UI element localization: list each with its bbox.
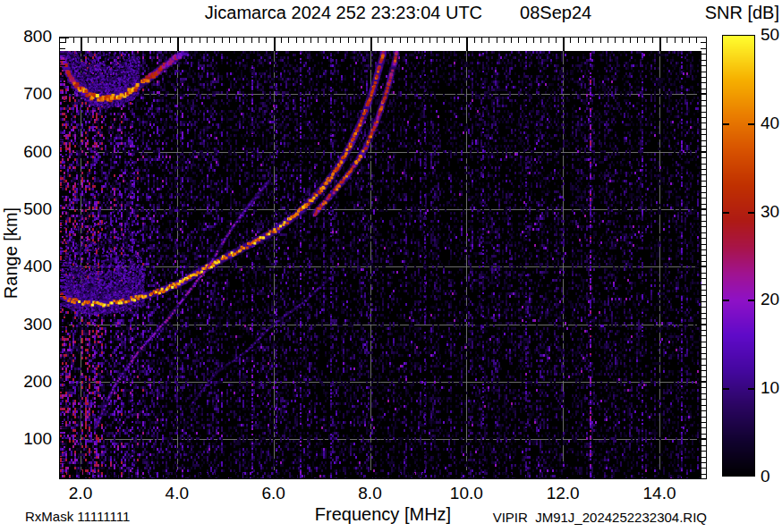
colorbar-tick-label: 20 — [761, 290, 779, 309]
x-axis-tick-label: 2.0 — [52, 484, 109, 503]
y-axis-tick-label: 600 — [0, 142, 52, 162]
ionogram-plot-canvas — [59, 37, 707, 479]
colorbar-title: SNR [dB] — [705, 3, 779, 23]
x-axis-tick-label: 4.0 — [149, 484, 206, 503]
colorbar-tick-label: 40 — [761, 114, 779, 133]
colorbar-tick-label: 10 — [761, 378, 779, 398]
rx-mask-text: RxMask 11111111 — [25, 509, 130, 524]
y-axis-tick-label: 400 — [0, 257, 52, 276]
x-axis-tick-label: 8.0 — [342, 484, 399, 503]
plot-title-text: Jicamarca 2024 252 23:23:04 UTC — [205, 3, 482, 22]
data-file-id-text: VIPIR JM91J_2024252232304.RIQ — [447, 510, 707, 525]
plot-date: 08Sep24 — [520, 3, 591, 22]
colorbar-tick-label: 0 — [761, 467, 770, 486]
colorbar-tick-label: 50 — [761, 25, 779, 45]
x-axis-tick-label: 14.0 — [631, 484, 688, 503]
ionogram-figure: Jicamarca 2024 252 23:23:04 UTC08Sep24 S… — [0, 0, 782, 532]
colorbar-tick-label: 30 — [761, 202, 779, 222]
x-axis-tick-label: 10.0 — [438, 484, 495, 503]
y-axis-tick-label: 200 — [0, 372, 52, 392]
y-axis-tick-label: 300 — [0, 315, 52, 334]
x-axis-tick-label: 6.0 — [245, 484, 302, 503]
y-axis-tick-label: 700 — [0, 84, 52, 104]
y-axis-tick-label: 800 — [0, 27, 52, 46]
y-axis-tick-label: 100 — [0, 429, 52, 449]
y-axis-tick-label: 500 — [0, 199, 52, 219]
plot-title: Jicamarca 2024 252 23:23:04 UTC08Sep24 — [59, 3, 737, 23]
x-axis-tick-label: 12.0 — [534, 484, 591, 503]
snr-colorbar-canvas — [722, 35, 755, 477]
